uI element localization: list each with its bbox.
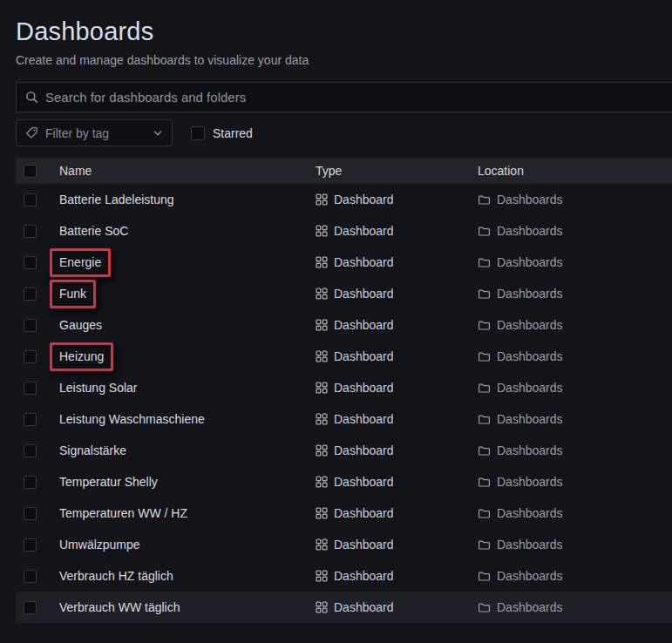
table-row[interactable]: Umwälzpumpe Dashboard Dashboards (16, 529, 672, 560)
dashboard-name-link[interactable]: Batterie Ladeleistung (59, 193, 174, 206)
starred-checkbox[interactable] (191, 126, 205, 140)
row-checkbox[interactable] (24, 225, 37, 238)
location-link[interactable]: Dashboards (478, 193, 672, 206)
location-link[interactable]: Dashboards (478, 569, 672, 583)
chevron-down-icon (153, 128, 163, 139)
location-link[interactable]: Dashboards (478, 287, 672, 301)
location-label: Dashboards (497, 569, 563, 583)
select-all-checkbox[interactable] (24, 165, 37, 178)
location-link[interactable]: Dashboards (478, 349, 672, 363)
dashboard-name-link[interactable]: Temperatur Shelly (59, 475, 158, 489)
tag-icon (25, 126, 38, 139)
search-bar[interactable] (16, 82, 672, 112)
location-link[interactable]: Dashboards (478, 538, 672, 552)
column-header-name[interactable]: Name (59, 164, 316, 178)
location-link[interactable]: Dashboards (478, 381, 672, 395)
filter-row: Filter by tag Starred (16, 119, 672, 146)
search-input[interactable] (45, 90, 663, 105)
table-row[interactable]: Gauges Dashboard Dashboards (16, 309, 672, 341)
folder-icon (478, 288, 491, 301)
row-checkbox[interactable] (24, 570, 37, 583)
row-checkbox[interactable] (24, 444, 37, 457)
table-header-row: Name Type Location (16, 158, 672, 184)
row-checkbox[interactable] (24, 382, 37, 395)
dashboard-grid-icon (316, 538, 328, 551)
dashboard-grid-icon (316, 444, 328, 457)
dashboard-name-link[interactable]: Verbrauch HZ täglich (59, 569, 173, 583)
table-row[interactable]: Batterie SoC Dashboard Dashboards (16, 215, 672, 247)
location-link[interactable]: Dashboards (478, 255, 672, 269)
folder-icon (478, 319, 491, 332)
dashboard-name-link[interactable]: Umwälzpumpe (59, 538, 140, 552)
table-row[interactable]: Batterie Ladeleistung Dashboard Dashboar… (16, 184, 672, 215)
folder-icon (478, 225, 491, 238)
row-checkbox[interactable] (24, 256, 37, 269)
folder-icon (478, 507, 491, 520)
dashboard-grid-icon (316, 319, 328, 331)
table-row[interactable]: Signalstärke Dashboard Dashboards (16, 435, 672, 466)
table-row[interactable]: Verbrauch HZ täglich Dashboard Dashboard… (16, 560, 672, 592)
type-label: Dashboard (334, 349, 394, 363)
dashboard-grid-icon (316, 193, 328, 206)
location-link[interactable]: Dashboards (478, 475, 672, 489)
location-label: Dashboards (497, 381, 563, 395)
dashboard-name-link[interactable]: Verbrauch WW täglich (59, 600, 180, 614)
dashboard-grid-icon (316, 476, 328, 488)
row-checkbox[interactable] (24, 538, 37, 552)
dashboard-grid-icon (316, 256, 328, 268)
folder-icon (478, 350, 491, 363)
table-row[interactable]: Temperaturen WW / HZ Dashboard Dashboard… (16, 497, 672, 529)
row-checkbox[interactable] (24, 413, 37, 426)
tag-filter-dropdown[interactable]: Filter by tag (16, 119, 173, 146)
location-label: Dashboards (497, 224, 563, 238)
type-label: Dashboard (334, 287, 394, 301)
type-label: Dashboard (334, 412, 394, 426)
location-link[interactable]: Dashboards (478, 600, 672, 614)
dashboard-grid-icon (316, 413, 328, 425)
table-row[interactable]: Funk Dashboard Dashboards (16, 278, 672, 309)
table-row[interactable]: Verbrauch WW täglich Dashboard Dashboard… (16, 592, 672, 623)
table-row[interactable]: Energie Dashboard Dashboards (16, 247, 672, 278)
location-link[interactable]: Dashboards (478, 412, 672, 426)
type-label: Dashboard (334, 475, 394, 489)
row-checkbox[interactable] (24, 193, 37, 206)
starred-filter[interactable]: Starred (191, 126, 253, 140)
table-row[interactable]: Heizung Dashboard Dashboards (16, 341, 672, 372)
table-row[interactable]: Leistung Solar Dashboard Dashboards (16, 372, 672, 403)
location-link[interactable]: Dashboards (478, 443, 672, 457)
location-label: Dashboards (497, 443, 563, 457)
dashboard-name-link[interactable]: Gauges (59, 318, 102, 332)
type-label: Dashboard (334, 600, 394, 614)
location-label: Dashboards (497, 349, 563, 363)
dashboard-name-link[interactable]: Temperaturen WW / HZ (59, 506, 187, 520)
folder-icon (478, 538, 491, 552)
row-checkbox[interactable] (24, 319, 37, 332)
column-header-type[interactable]: Type (316, 164, 478, 178)
location-link[interactable]: Dashboards (478, 224, 672, 238)
row-checkbox[interactable] (24, 507, 37, 520)
table-row[interactable]: Leistung Waschmaschiene Dashboard Dashbo… (16, 403, 672, 435)
folder-icon (478, 601, 491, 614)
row-checkbox[interactable] (24, 601, 37, 614)
dashboard-grid-icon (316, 382, 328, 394)
row-checkbox[interactable] (24, 476, 37, 489)
dashboard-name-link[interactable]: Funk (50, 280, 96, 308)
location-link[interactable]: Dashboards (478, 506, 672, 520)
type-label: Dashboard (334, 381, 394, 395)
column-header-location[interactable]: Location (478, 164, 672, 178)
location-label: Dashboards (497, 193, 563, 206)
dashboard-name-link[interactable]: Heizung (50, 342, 113, 371)
dashboard-name-link[interactable]: Batterie SoC (59, 224, 128, 238)
dashboard-name-link[interactable]: Leistung Waschmaschiene (59, 412, 205, 426)
location-link[interactable]: Dashboards (478, 318, 672, 332)
search-icon (25, 91, 38, 104)
starred-label: Starred (213, 126, 253, 140)
folder-icon (478, 570, 491, 583)
row-checkbox[interactable] (24, 288, 37, 301)
dashboard-name-link[interactable]: Signalstärke (59, 443, 126, 457)
row-checkbox[interactable] (24, 350, 37, 363)
table-row[interactable]: Temperatur Shelly Dashboard Dashboards (16, 466, 672, 497)
dashboard-name-link[interactable]: Energie (50, 248, 111, 277)
dashboard-name-link[interactable]: Leistung Solar (59, 381, 138, 395)
dashboard-grid-icon (316, 225, 328, 237)
